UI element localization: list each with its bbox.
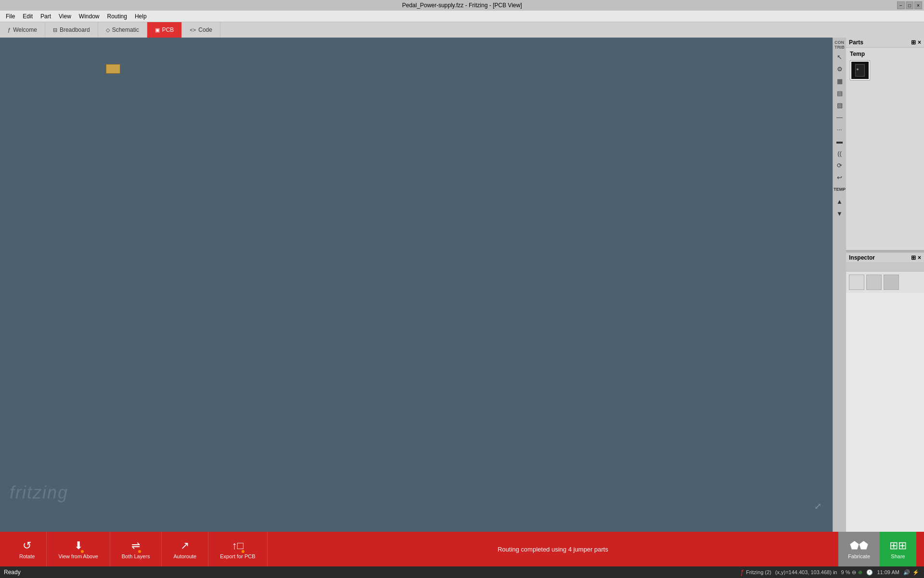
parts-panel-title: Parts: [849, 39, 863, 46]
parts-list: Temp: [846, 48, 924, 250]
tool-undo[interactable]: ↩: [834, 172, 845, 183]
tool-grid1[interactable]: ▦: [834, 76, 845, 86]
rotate-button[interactable]: ↺ Rotate: [8, 532, 47, 566]
tab-breadboard-label: Breadboard: [60, 26, 90, 33]
bottom-toolbar: ↺ Rotate ⬇ View from Above ⇌ Both Layers…: [0, 532, 924, 566]
window-controls[interactable]: − □ ×: [897, 1, 922, 9]
inspector-panel-close[interactable]: ×: [918, 254, 921, 261]
statusbar-right: ƒ Fritzing (2) (x,y)=144.403, 103.468) i…: [740, 568, 920, 576]
statusbar-left: Ready: [4, 569, 21, 576]
menu-routing[interactable]: Routing: [103, 12, 131, 21]
contrib-icon[interactable]: CONTRIB: [834, 39, 845, 50]
fabricate-icon: ⬟⬟: [850, 539, 868, 552]
parts-panel-expand[interactable]: ⊞: [911, 39, 916, 46]
maximize-button[interactable]: □: [906, 1, 913, 9]
share-label: Share: [891, 553, 905, 559]
share-button[interactable]: ⊞⊞ Share: [880, 532, 916, 566]
menu-part[interactable]: Part: [37, 12, 55, 21]
tool-wifi[interactable]: ((: [834, 148, 845, 158]
rotate-label: Rotate: [19, 553, 35, 559]
both-layers-label: Both Layers: [122, 553, 150, 559]
fabricate-button[interactable]: ⬟⬟ Fabricate: [838, 532, 880, 566]
fritzing-taskbar-item[interactable]: ƒ Fritzing (2): [740, 568, 771, 576]
pcb-component: [106, 64, 120, 74]
export-dot: [242, 550, 244, 553]
breadboard-icon: ⊟: [53, 27, 57, 33]
tab-schematic[interactable]: ◇ Schematic: [98, 22, 147, 38]
menu-window[interactable]: Window: [75, 12, 103, 21]
inspector-swatches: [846, 272, 924, 293]
parts-panel-controls[interactable]: ⊞ ×: [911, 39, 921, 46]
right-panels: Parts ⊞ × Temp: [846, 38, 924, 532]
schematic-icon: ◇: [106, 27, 110, 33]
inspector-panel-expand[interactable]: ⊞: [911, 254, 916, 261]
main-area: fritzing ⤢ CONTRIB ↖ ⚙ ▦ ▤ ▧ — ··· ▬ (( …: [0, 38, 924, 532]
welcome-icon: ƒ: [8, 27, 11, 33]
zoom-decrease[interactable]: ⊖: [852, 569, 856, 576]
swatch-2[interactable]: [866, 275, 882, 290]
inspector-body: [846, 293, 924, 532]
close-button[interactable]: ×: [914, 1, 922, 9]
tool-gear[interactable]: ⚙: [834, 64, 845, 74]
right-panel-wrapper: CONTRIB ↖ ⚙ ▦ ▤ ▧ — ··· ▬ (( ⟳ ↩ TEMP ▲ …: [833, 38, 924, 532]
tool-down[interactable]: ▼: [834, 208, 845, 219]
parts-panel-close[interactable]: ×: [918, 39, 921, 46]
swatch-1[interactable]: [849, 275, 864, 290]
minimize-button[interactable]: −: [897, 1, 905, 9]
titlebar: Pedal_Power-supply.fzz - Fritzing - [PCB…: [0, 0, 924, 11]
fritzing-taskbar-label: Fritzing (2): [746, 569, 771, 575]
tab-pcb-label: PCB: [162, 26, 174, 33]
swatch-3[interactable]: [884, 275, 899, 290]
tool-square[interactable]: ▬: [834, 136, 845, 146]
parts-icon-strip: CONTRIB ↖ ⚙ ▦ ▤ ▧ — ··· ▬ (( ⟳ ↩ TEMP ▲ …: [833, 38, 846, 532]
inspector-panel-header: Inspector ⊞ ×: [846, 253, 924, 263]
resize-handle[interactable]: ⤢: [814, 501, 823, 508]
coordinates-display: (x,y)=144.403, 103.468) in: [775, 569, 837, 575]
tool-temp-label: TEMP: [834, 184, 845, 195]
part-thumbnail[interactable]: [850, 60, 870, 80]
inspector-panel-title: Inspector: [849, 254, 875, 261]
menu-edit[interactable]: Edit: [19, 12, 37, 21]
routing-status-message: Routing completed using 4 jumper parts: [268, 546, 839, 553]
export-icon: ↑□: [232, 539, 244, 552]
tabbar: ƒ Welcome ⊟ Breadboard ◇ Schematic ▣ PCB…: [0, 22, 924, 38]
tool-up[interactable]: ▲: [834, 196, 845, 207]
menu-view[interactable]: View: [55, 12, 75, 21]
network-icon: 🔊: [903, 569, 910, 575]
export-for-pcb-button[interactable]: ↑□ Export for PCB: [208, 532, 267, 566]
fabricate-label: Fabricate: [848, 553, 870, 559]
parts-content: Temp: [846, 48, 924, 250]
code-icon: <>: [190, 27, 196, 33]
menubar: File Edit Part View Window Routing Help: [0, 11, 924, 22]
zoom-value: 9 %: [841, 569, 850, 575]
rotate-icon: ↺: [23, 539, 31, 552]
autoroute-button[interactable]: ↗ Autoroute: [162, 532, 208, 566]
tool-dots[interactable]: ···: [834, 124, 845, 134]
tool-grid3[interactable]: ▧: [834, 100, 845, 110]
view-from-above-button[interactable]: ⬇ View from Above: [47, 532, 110, 566]
tab-code-label: Code: [198, 26, 212, 33]
tab-pcb[interactable]: ▣ PCB: [147, 22, 182, 38]
menu-help[interactable]: Help: [131, 12, 151, 21]
tab-breadboard[interactable]: ⊟ Breadboard: [45, 22, 98, 38]
inspector-panel-controls[interactable]: ⊞ ×: [911, 254, 921, 261]
fritzing-icon: ƒ: [740, 568, 744, 576]
menu-file[interactable]: File: [2, 12, 19, 21]
system-tray-icons: 🔊 ⚡: [903, 569, 920, 576]
inspector-color-bar: [846, 263, 924, 272]
tool-grid2[interactable]: ▤: [834, 88, 845, 98]
pcb-canvas[interactable]: fritzing ⤢: [0, 38, 833, 532]
zoom-increase[interactable]: ⊕: [858, 569, 862, 576]
tab-code[interactable]: <> Code: [182, 22, 220, 38]
tool-line[interactable]: —: [834, 112, 845, 122]
both-layers-button[interactable]: ⇌ Both Layers: [110, 532, 162, 566]
layers-dot: [138, 550, 141, 553]
tool-arrow[interactable]: ↖: [834, 52, 845, 62]
both-layers-icon: ⇌: [131, 539, 140, 552]
zoom-area: 9 % ⊖ ⊕: [841, 569, 862, 576]
autoroute-icon: ↗: [180, 539, 189, 552]
tool-rotate2[interactable]: ⟳: [834, 160, 845, 171]
share-icon: ⊞⊞: [889, 539, 907, 552]
tab-welcome[interactable]: ƒ Welcome: [0, 22, 45, 38]
tab-schematic-label: Schematic: [112, 26, 139, 33]
